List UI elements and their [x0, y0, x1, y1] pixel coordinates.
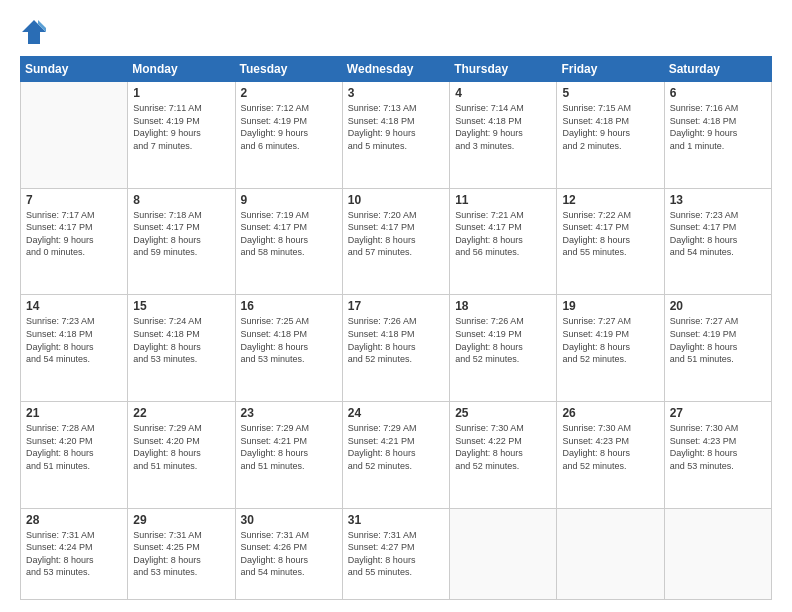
day-number: 7 — [26, 193, 122, 207]
day-info: Sunrise: 7:29 AM Sunset: 4:20 PM Dayligh… — [133, 422, 229, 472]
calendar-cell — [450, 508, 557, 599]
day-info: Sunrise: 7:30 AM Sunset: 4:23 PM Dayligh… — [670, 422, 766, 472]
day-info: Sunrise: 7:16 AM Sunset: 4:18 PM Dayligh… — [670, 102, 766, 152]
calendar-cell — [557, 508, 664, 599]
day-number: 27 — [670, 406, 766, 420]
calendar-cell: 16Sunrise: 7:25 AM Sunset: 4:18 PM Dayli… — [235, 295, 342, 402]
calendar-cell: 9Sunrise: 7:19 AM Sunset: 4:17 PM Daylig… — [235, 188, 342, 295]
calendar-cell: 5Sunrise: 7:15 AM Sunset: 4:18 PM Daylig… — [557, 82, 664, 189]
day-number: 13 — [670, 193, 766, 207]
day-info: Sunrise: 7:30 AM Sunset: 4:23 PM Dayligh… — [562, 422, 658, 472]
day-number: 25 — [455, 406, 551, 420]
day-info: Sunrise: 7:20 AM Sunset: 4:17 PM Dayligh… — [348, 209, 444, 259]
day-number: 3 — [348, 86, 444, 100]
calendar-cell: 17Sunrise: 7:26 AM Sunset: 4:18 PM Dayli… — [342, 295, 449, 402]
calendar-cell: 28Sunrise: 7:31 AM Sunset: 4:24 PM Dayli… — [21, 508, 128, 599]
calendar-week-row: 7Sunrise: 7:17 AM Sunset: 4:17 PM Daylig… — [21, 188, 772, 295]
day-info: Sunrise: 7:31 AM Sunset: 4:24 PM Dayligh… — [26, 529, 122, 579]
calendar-cell: 2Sunrise: 7:12 AM Sunset: 4:19 PM Daylig… — [235, 82, 342, 189]
calendar-week-row: 28Sunrise: 7:31 AM Sunset: 4:24 PM Dayli… — [21, 508, 772, 599]
calendar-weekday-header: Wednesday — [342, 57, 449, 82]
day-info: Sunrise: 7:27 AM Sunset: 4:19 PM Dayligh… — [670, 315, 766, 365]
day-info: Sunrise: 7:24 AM Sunset: 4:18 PM Dayligh… — [133, 315, 229, 365]
day-number: 6 — [670, 86, 766, 100]
calendar-weekday-header: Tuesday — [235, 57, 342, 82]
calendar-weekday-header: Saturday — [664, 57, 771, 82]
day-number: 23 — [241, 406, 337, 420]
day-number: 24 — [348, 406, 444, 420]
calendar-cell: 27Sunrise: 7:30 AM Sunset: 4:23 PM Dayli… — [664, 401, 771, 508]
calendar-week-row: 21Sunrise: 7:28 AM Sunset: 4:20 PM Dayli… — [21, 401, 772, 508]
calendar-weekday-header: Sunday — [21, 57, 128, 82]
day-info: Sunrise: 7:29 AM Sunset: 4:21 PM Dayligh… — [241, 422, 337, 472]
day-number: 22 — [133, 406, 229, 420]
calendar-cell: 14Sunrise: 7:23 AM Sunset: 4:18 PM Dayli… — [21, 295, 128, 402]
day-number: 29 — [133, 513, 229, 527]
day-info: Sunrise: 7:17 AM Sunset: 4:17 PM Dayligh… — [26, 209, 122, 259]
calendar-cell: 20Sunrise: 7:27 AM Sunset: 4:19 PM Dayli… — [664, 295, 771, 402]
calendar-cell: 7Sunrise: 7:17 AM Sunset: 4:17 PM Daylig… — [21, 188, 128, 295]
calendar-cell: 3Sunrise: 7:13 AM Sunset: 4:18 PM Daylig… — [342, 82, 449, 189]
calendar-weekday-header: Thursday — [450, 57, 557, 82]
calendar-cell: 11Sunrise: 7:21 AM Sunset: 4:17 PM Dayli… — [450, 188, 557, 295]
day-info: Sunrise: 7:12 AM Sunset: 4:19 PM Dayligh… — [241, 102, 337, 152]
day-number: 1 — [133, 86, 229, 100]
day-info: Sunrise: 7:15 AM Sunset: 4:18 PM Dayligh… — [562, 102, 658, 152]
calendar-cell: 31Sunrise: 7:31 AM Sunset: 4:27 PM Dayli… — [342, 508, 449, 599]
day-number: 15 — [133, 299, 229, 313]
day-info: Sunrise: 7:28 AM Sunset: 4:20 PM Dayligh… — [26, 422, 122, 472]
day-info: Sunrise: 7:26 AM Sunset: 4:19 PM Dayligh… — [455, 315, 551, 365]
calendar-table: SundayMondayTuesdayWednesdayThursdayFrid… — [20, 56, 772, 600]
day-info: Sunrise: 7:11 AM Sunset: 4:19 PM Dayligh… — [133, 102, 229, 152]
calendar-cell: 6Sunrise: 7:16 AM Sunset: 4:18 PM Daylig… — [664, 82, 771, 189]
svg-marker-0 — [22, 20, 46, 44]
day-info: Sunrise: 7:31 AM Sunset: 4:25 PM Dayligh… — [133, 529, 229, 579]
calendar-header-row: SundayMondayTuesdayWednesdayThursdayFrid… — [21, 57, 772, 82]
day-info: Sunrise: 7:14 AM Sunset: 4:18 PM Dayligh… — [455, 102, 551, 152]
calendar-cell: 12Sunrise: 7:22 AM Sunset: 4:17 PM Dayli… — [557, 188, 664, 295]
day-number: 12 — [562, 193, 658, 207]
header — [20, 18, 772, 46]
calendar-cell — [664, 508, 771, 599]
calendar-week-row: 14Sunrise: 7:23 AM Sunset: 4:18 PM Dayli… — [21, 295, 772, 402]
day-number: 17 — [348, 299, 444, 313]
calendar-cell: 24Sunrise: 7:29 AM Sunset: 4:21 PM Dayli… — [342, 401, 449, 508]
calendar-cell: 30Sunrise: 7:31 AM Sunset: 4:26 PM Dayli… — [235, 508, 342, 599]
day-number: 9 — [241, 193, 337, 207]
day-number: 2 — [241, 86, 337, 100]
day-info: Sunrise: 7:31 AM Sunset: 4:26 PM Dayligh… — [241, 529, 337, 579]
day-number: 28 — [26, 513, 122, 527]
day-number: 31 — [348, 513, 444, 527]
calendar-cell — [21, 82, 128, 189]
day-info: Sunrise: 7:21 AM Sunset: 4:17 PM Dayligh… — [455, 209, 551, 259]
calendar-cell: 21Sunrise: 7:28 AM Sunset: 4:20 PM Dayli… — [21, 401, 128, 508]
day-number: 18 — [455, 299, 551, 313]
day-info: Sunrise: 7:23 AM Sunset: 4:18 PM Dayligh… — [26, 315, 122, 365]
day-info: Sunrise: 7:30 AM Sunset: 4:22 PM Dayligh… — [455, 422, 551, 472]
page: SundayMondayTuesdayWednesdayThursdayFrid… — [0, 0, 792, 612]
calendar-cell: 18Sunrise: 7:26 AM Sunset: 4:19 PM Dayli… — [450, 295, 557, 402]
calendar-week-row: 1Sunrise: 7:11 AM Sunset: 4:19 PM Daylig… — [21, 82, 772, 189]
day-number: 21 — [26, 406, 122, 420]
calendar-cell: 4Sunrise: 7:14 AM Sunset: 4:18 PM Daylig… — [450, 82, 557, 189]
calendar-weekday-header: Monday — [128, 57, 235, 82]
day-info: Sunrise: 7:23 AM Sunset: 4:17 PM Dayligh… — [670, 209, 766, 259]
day-number: 16 — [241, 299, 337, 313]
day-info: Sunrise: 7:26 AM Sunset: 4:18 PM Dayligh… — [348, 315, 444, 365]
day-number: 26 — [562, 406, 658, 420]
day-info: Sunrise: 7:31 AM Sunset: 4:27 PM Dayligh… — [348, 529, 444, 579]
day-info: Sunrise: 7:18 AM Sunset: 4:17 PM Dayligh… — [133, 209, 229, 259]
day-info: Sunrise: 7:27 AM Sunset: 4:19 PM Dayligh… — [562, 315, 658, 365]
calendar-cell: 25Sunrise: 7:30 AM Sunset: 4:22 PM Dayli… — [450, 401, 557, 508]
calendar-cell: 22Sunrise: 7:29 AM Sunset: 4:20 PM Dayli… — [128, 401, 235, 508]
day-number: 19 — [562, 299, 658, 313]
calendar-cell: 26Sunrise: 7:30 AM Sunset: 4:23 PM Dayli… — [557, 401, 664, 508]
day-info: Sunrise: 7:29 AM Sunset: 4:21 PM Dayligh… — [348, 422, 444, 472]
calendar-cell: 8Sunrise: 7:18 AM Sunset: 4:17 PM Daylig… — [128, 188, 235, 295]
calendar-weekday-header: Friday — [557, 57, 664, 82]
day-number: 30 — [241, 513, 337, 527]
day-info: Sunrise: 7:13 AM Sunset: 4:18 PM Dayligh… — [348, 102, 444, 152]
day-number: 4 — [455, 86, 551, 100]
day-info: Sunrise: 7:19 AM Sunset: 4:17 PM Dayligh… — [241, 209, 337, 259]
calendar-cell: 15Sunrise: 7:24 AM Sunset: 4:18 PM Dayli… — [128, 295, 235, 402]
